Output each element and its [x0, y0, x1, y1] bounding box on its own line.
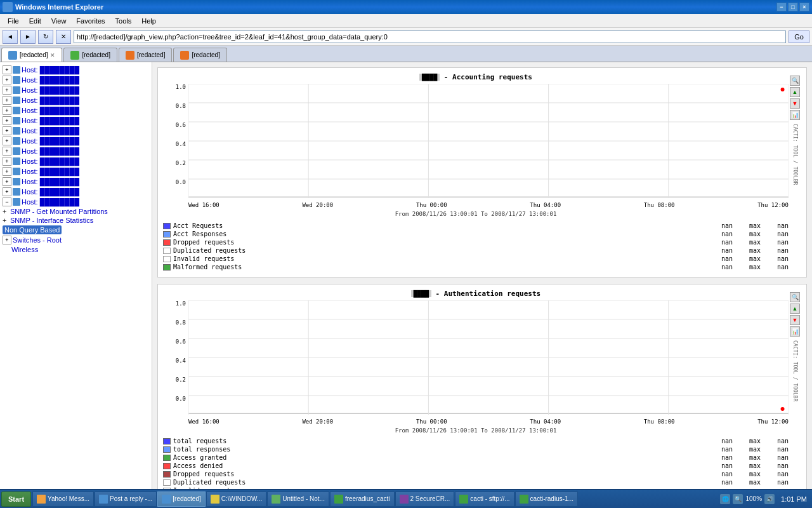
sidebar-switches-root[interactable]: + Switches - Root: [0, 235, 152, 245]
host-label-3[interactable]: Host: ████████: [22, 97, 79, 104]
sidebar-subitem-snmp-interface[interactable]: + SNMP - Interface Statistics: [0, 216, 152, 225]
sidebar-host-expanded[interactable]: − Host: ████████: [0, 197, 152, 207]
expander-3[interactable]: +: [3, 96, 11, 105]
expander-snmp-interface[interactable]: +: [3, 217, 10, 224]
legend2-row-5: Duplicated requests nan max nan: [163, 479, 789, 486]
chart-icon-authentication[interactable]: 📊: [790, 326, 800, 337]
host-label-6[interactable]: Host: ████████: [22, 127, 79, 135]
expander-6[interactable]: +: [3, 126, 11, 135]
menu-help[interactable]: Help: [136, 16, 161, 26]
host-label-12[interactable]: Host: ████████: [22, 188, 79, 196]
sidebar-host-2[interactable]: + Host: ████████: [0, 85, 152, 95]
expander-4[interactable]: +: [3, 106, 11, 115]
stop-button[interactable]: ✕: [56, 30, 71, 44]
up-icon-authentication[interactable]: ▲: [790, 304, 800, 314]
expander-9[interactable]: +: [3, 157, 11, 166]
sidebar-host-6[interactable]: + Host: ████████: [0, 126, 152, 136]
forward-button[interactable]: ►: [20, 30, 36, 44]
maximize-button[interactable]: □: [788, 3, 798, 11]
tab-label-2: [redacted]: [137, 51, 165, 58]
tab-close-0[interactable]: ✕: [50, 52, 55, 58]
legend2-val-5: nan: [763, 479, 789, 486]
sidebar-wireless[interactable]: Wireless: [0, 245, 152, 254]
snmp-interface-label[interactable]: SNMP - Interface Statistics: [10, 217, 93, 224]
sidebar-host-9[interactable]: + Host: ████████: [0, 156, 152, 166]
expander-11[interactable]: +: [3, 177, 11, 186]
sidebar-host-11[interactable]: + Host: ████████: [0, 177, 152, 187]
sidebar-host-0[interactable]: + Host: ████████: [0, 65, 152, 75]
sidebar-subitem-snmp-partitions[interactable]: + SNMP - Get Mounted Partitions: [0, 207, 152, 216]
sidebar-subitem-nonquery[interactable]: Non Query Based: [0, 225, 152, 235]
taskbar-item-0[interactable]: Yahoo! Mess...: [32, 491, 94, 507]
host-label-2[interactable]: Host: ████████: [22, 86, 79, 94]
tab-1[interactable]: [redacted]: [63, 48, 117, 62]
expander-switches[interactable]: +: [3, 236, 11, 244]
host-label-11[interactable]: Host: ████████: [22, 178, 79, 185]
host-label-expanded[interactable]: Host: ████████: [22, 198, 79, 206]
snmp-partitions-label[interactable]: SNMP - Get Mounted Partitions: [10, 208, 108, 215]
down-icon-authentication[interactable]: ▼: [790, 315, 800, 325]
tab-0[interactable]: [redacted] ✕: [1, 48, 62, 62]
taskbar-item-3[interactable]: C:\WINDOW...: [206, 491, 266, 507]
address-input[interactable]: [74, 30, 786, 43]
refresh-button[interactable]: ↻: [38, 30, 53, 44]
up-icon-accounting[interactable]: ▲: [790, 87, 800, 97]
sidebar-host-5[interactable]: + Host: ████████: [0, 116, 152, 126]
zoom-icon-authentication[interactable]: 🔍: [790, 292, 800, 302]
menu-favorites[interactable]: Favorites: [71, 16, 110, 26]
taskbar-item-4[interactable]: Untitled - Not...: [267, 491, 329, 507]
close-button[interactable]: ×: [799, 3, 809, 11]
nonquery-label[interactable]: Non Query Based: [3, 225, 62, 234]
down-icon-accounting[interactable]: ▼: [790, 98, 800, 109]
host-label-5[interactable]: Host: ████████: [22, 117, 79, 124]
expander-expanded[interactable]: −: [3, 197, 11, 206]
expander-5[interactable]: +: [3, 116, 11, 125]
expander-10[interactable]: +: [3, 167, 11, 176]
host-label-0[interactable]: Host: ████████: [22, 66, 79, 74]
zoom-icon-accounting[interactable]: 🔍: [790, 76, 800, 86]
minimize-button[interactable]: −: [776, 3, 787, 11]
chart-icon-accounting[interactable]: 📊: [790, 110, 800, 120]
legend-val-2: nan: [763, 239, 789, 246]
host-label-1[interactable]: Host: ████████: [22, 76, 79, 84]
wireless-label[interactable]: Wireless: [11, 246, 38, 253]
tab-label-0: [redacted]: [20, 51, 48, 58]
expander-0[interactable]: +: [3, 65, 11, 74]
expander-12[interactable]: +: [3, 187, 11, 196]
taskbar-item-2[interactable]: [redacted]: [157, 491, 205, 507]
expander-8[interactable]: +: [3, 147, 11, 156]
legend2-color-4: [163, 471, 171, 478]
start-button[interactable]: Start: [1, 491, 31, 507]
sidebar-host-8[interactable]: + Host: ████████: [0, 146, 152, 156]
taskbar-item-8[interactable]: cacti-radius-1...: [515, 491, 578, 507]
go-button[interactable]: Go: [789, 30, 809, 43]
tab-3[interactable]: [redacted]: [173, 48, 226, 62]
sidebar-host-7[interactable]: + Host: ████████: [0, 136, 152, 146]
switches-root-label[interactable]: Switches - Root: [13, 236, 62, 244]
host-label-8[interactable]: Host: ████████: [22, 147, 79, 155]
taskbar-item-5[interactable]: freeradius_cacti: [330, 491, 395, 507]
back-button[interactable]: ◄: [3, 30, 18, 44]
sidebar-host-1[interactable]: + Host: ████████: [0, 75, 152, 85]
menu-view[interactable]: View: [46, 16, 72, 26]
sidebar-host-3[interactable]: + Host: ████████: [0, 95, 152, 105]
sidebar-host-12[interactable]: + Host: ████████: [0, 187, 152, 197]
menu-file[interactable]: File: [3, 16, 24, 26]
host-label-10[interactable]: Host: ████████: [22, 168, 79, 175]
expander-2[interactable]: +: [3, 86, 11, 95]
menu-tools[interactable]: Tools: [110, 16, 137, 26]
taskbar-item-7[interactable]: cacti - sftp://...: [455, 491, 514, 507]
sidebar-host-4[interactable]: + Host: ████████: [0, 105, 152, 116]
tab-2[interactable]: [redacted]: [119, 48, 172, 62]
expander-1[interactable]: +: [3, 76, 11, 84]
host-label-9[interactable]: Host: ████████: [22, 157, 79, 165]
host-label-7[interactable]: Host: ████████: [22, 137, 79, 145]
menu-edit[interactable]: Edit: [24, 16, 46, 26]
graph-authentication: ████ - Authentication requests 1.0 0.8 0…: [157, 284, 807, 489]
host-label-4[interactable]: Host: ████████: [22, 107, 79, 114]
expander-7[interactable]: +: [3, 137, 11, 145]
sidebar-host-10[interactable]: + Host: ████████: [0, 166, 152, 177]
taskbar-item-6[interactable]: 2 SecureCR...: [395, 491, 455, 507]
expander-snmp-partitions[interactable]: +: [3, 208, 10, 215]
taskbar-item-1[interactable]: Post a reply -...: [95, 491, 157, 507]
